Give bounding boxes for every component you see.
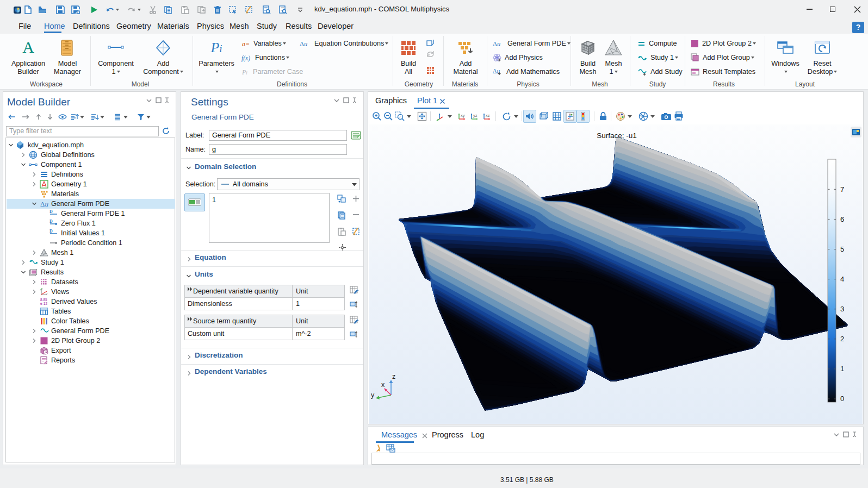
svg-text:a=: a= bbox=[242, 40, 250, 48]
svg-text:5: 5 bbox=[840, 245, 844, 253]
svg-text:6: 6 bbox=[840, 215, 844, 223]
svg-text:2: 2 bbox=[840, 335, 844, 343]
svg-text:1: 1 bbox=[840, 365, 844, 373]
svg-text:D: D bbox=[49, 209, 53, 214]
svg-text:yz: yz bbox=[473, 113, 478, 118]
svg-text:Surface: -u1: Surface: -u1 bbox=[597, 132, 637, 140]
svg-text:Δu: Δu bbox=[300, 40, 307, 48]
svg-text:xy: xy bbox=[461, 113, 465, 118]
svg-text:Δu: Δu bbox=[40, 200, 48, 208]
svg-text:D: D bbox=[49, 219, 53, 224]
svg-text:A: A bbox=[22, 39, 34, 56]
svg-text:3: 3 bbox=[840, 305, 844, 313]
svg-text:8.85: 8.85 bbox=[40, 298, 47, 302]
svg-text:f(x): f(x) bbox=[241, 55, 250, 62]
svg-text:0: 0 bbox=[840, 395, 844, 403]
svg-text:e-12: e-12 bbox=[40, 302, 47, 305]
svg-text:Pi: Pi bbox=[241, 68, 247, 76]
svg-text:xz: xz bbox=[486, 113, 490, 118]
svg-text:Pi: Pi bbox=[210, 40, 222, 55]
svg-text:7: 7 bbox=[840, 185, 844, 193]
svg-text:Δu: Δu bbox=[493, 40, 500, 48]
svg-text:z: z bbox=[392, 373, 395, 380]
svg-text:4: 4 bbox=[840, 275, 844, 283]
svg-text:y: y bbox=[371, 391, 375, 399]
svg-text:D: D bbox=[49, 229, 53, 234]
svg-text:x: x bbox=[381, 381, 385, 389]
